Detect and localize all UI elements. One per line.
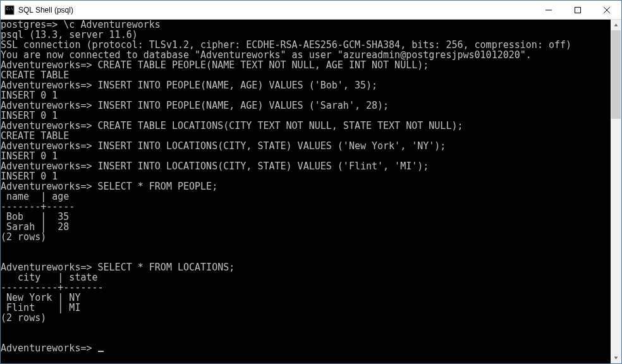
terminal-line: Adventureworks=> INSERT INTO LOCATIONS(C… — [1, 140, 446, 152]
vertical-scrollbar[interactable] — [611, 20, 621, 363]
client-area: postgres=> \c Adventureworks psql (13.3,… — [1, 20, 621, 363]
terminal-output[interactable]: postgres=> \c Adventureworks psql (13.3,… — [1, 20, 611, 363]
scroll-thumb[interactable] — [611, 30, 621, 119]
maximize-button[interactable] — [563, 1, 592, 19]
scroll-down-button[interactable] — [611, 353, 621, 363]
window-controls — [534, 1, 621, 19]
terminal-line: Adventureworks=> INSERT INTO LOCATIONS(C… — [1, 161, 429, 172]
minimize-button[interactable] — [534, 1, 563, 19]
window-title: SQL Shell (psql) — [18, 6, 534, 15]
svg-rect-4 — [575, 7, 581, 13]
close-button[interactable] — [592, 1, 621, 19]
svg-text:_: _ — [6, 10, 9, 15]
terminal-line: Adventureworks=> CREATE TABLE LOCATIONS(… — [1, 120, 463, 131]
terminal-line: (2 rows) — [1, 231, 46, 243]
terminal-line: Adventureworks=> — [1, 343, 98, 354]
titlebar[interactable]: C:\ _ SQL Shell (psql) — [1, 1, 621, 20]
scroll-up-button[interactable] — [611, 20, 621, 30]
cursor — [98, 351, 104, 352]
app-icon: C:\ _ — [4, 5, 15, 15]
terminal-line: Adventureworks=> INSERT INTO PEOPLE(NAME… — [1, 100, 389, 111]
terminal-line: (2 rows) — [1, 312, 46, 324]
